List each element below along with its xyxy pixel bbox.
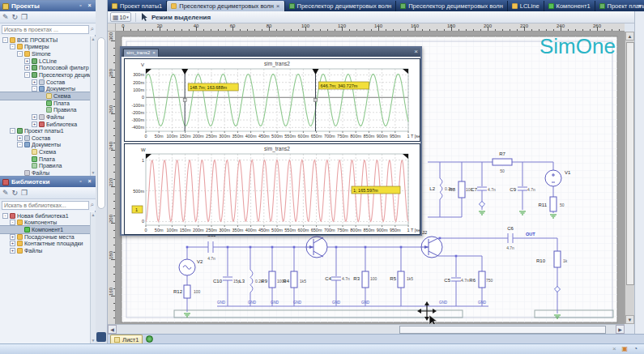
- document-tab[interactable]: Компонент1: [544, 1, 595, 11]
- refresh-icon[interactable]: ↻: [12, 188, 19, 198]
- sidebar-collapse-button[interactable]: [96, 332, 106, 342]
- expander-icon[interactable]: +: [32, 79, 37, 85]
- expander-icon[interactable]: -: [17, 142, 23, 147]
- expander-icon[interactable]: +: [32, 114, 37, 120]
- tree-item[interactable]: +Состав: [0, 79, 96, 86]
- resistor-R5[interactable]: [398, 271, 404, 288]
- grid-step-button[interactable]: ▦ 10 ▾: [110, 12, 131, 22]
- tree-item[interactable]: Схема: [0, 92, 96, 100]
- tree-item[interactable]: Файлы: [0, 169, 96, 176]
- search-icon[interactable]: ⌕: [91, 201, 94, 209]
- tree-item[interactable]: +Полосовой фильтр Бат...: [0, 65, 96, 72]
- float-panel-icon[interactable]: ▫: [77, 2, 84, 10]
- expander-icon[interactable]: -: [17, 51, 23, 57]
- edit-icon[interactable]: ✎: [2, 188, 9, 198]
- package-icon[interactable]: ▣: [622, 345, 629, 353]
- expander-icon[interactable]: +: [10, 241, 15, 246]
- add-sheet-button[interactable]: [146, 335, 153, 343]
- tree-item[interactable]: Плата: [0, 100, 96, 107]
- vertical-scrollbar[interactable]: ▲ ▼: [625, 32, 634, 324]
- voltage-plot[interactable]: sim_trans2V050m100m150m200m250m300m350m4…: [124, 58, 420, 142]
- selection-cursor-icon[interactable]: [140, 12, 147, 22]
- plot-window[interactable]: sim_trans2 × × sim_trans2V050m100m150m20…: [120, 46, 422, 236]
- resistor-R7[interactable]: [493, 159, 512, 165]
- tree-item[interactable]: Схема: [0, 148, 96, 156]
- tree-item[interactable]: -Компоненты: [0, 220, 96, 227]
- scrollbar-thumb[interactable]: [626, 42, 634, 285]
- close-icon[interactable]: ×: [152, 49, 156, 57]
- tree-item[interactable]: -Преселектор дециметр...: [0, 71, 96, 79]
- search-icon[interactable]: ⌕: [91, 25, 94, 33]
- tree-item[interactable]: +Посадочные места: [0, 233, 96, 241]
- resistor-R8[interactable]: [458, 181, 465, 198]
- expander-icon[interactable]: +: [24, 58, 30, 64]
- document-tab[interactable]: Преселектор дециметровых волн×: [167, 1, 284, 11]
- expander-icon[interactable]: -: [2, 213, 8, 219]
- copy-icon[interactable]: ❐: [21, 188, 28, 198]
- expander-icon[interactable]: +: [10, 248, 15, 254]
- tree-item[interactable]: +Файлы: [0, 247, 96, 254]
- power-plot[interactable]: sim_trans2W050m100m150m200m250m300m350m4…: [124, 143, 420, 235]
- document-tab[interactable]: Проект платы1: [108, 1, 167, 11]
- libraries-search-input[interactable]: [2, 201, 89, 210]
- document-tab[interactable]: Проект платы1: [595, 1, 644, 11]
- tree-item[interactable]: +Контактные площадки: [0, 241, 96, 248]
- resistor-R4[interactable]: [291, 271, 297, 288]
- close-tab-icon[interactable]: ×: [276, 3, 280, 9]
- tree-item[interactable]: -Документы: [0, 142, 96, 149]
- plot-window-tab[interactable]: sim_trans2 ×: [123, 49, 159, 57]
- tree-item[interactable]: +Состав: [0, 134, 96, 142]
- tree-item[interactable]: -Simone: [0, 50, 96, 58]
- libraries-tree-scrollbar[interactable]: ▲▼: [90, 212, 96, 343]
- scroll-right-icon[interactable]: ▶: [616, 325, 625, 334]
- tree-item[interactable]: Компонент1: [0, 226, 96, 233]
- expander-icon[interactable]: +: [32, 122, 37, 127]
- resistor-R6[interactable]: [479, 271, 485, 288]
- plot-window-header[interactable]: sim_trans2 × ×: [122, 48, 420, 57]
- resistor-R3[interactable]: [362, 271, 369, 288]
- horizontal-scrollbar[interactable]: ◀ ▶: [108, 324, 625, 334]
- scrollbar-thumb[interactable]: [97, 37, 105, 209]
- close-panel-icon[interactable]: ×: [86, 2, 93, 10]
- expander-icon[interactable]: -: [10, 44, 15, 49]
- tree-item[interactable]: -Примеры: [0, 44, 96, 51]
- expander-icon[interactable]: +: [17, 135, 23, 141]
- scroll-left-icon[interactable]: ◀: [108, 325, 117, 334]
- tree-item[interactable]: -Проект платы1: [0, 127, 96, 134]
- close-panel-icon[interactable]: ×: [86, 178, 93, 186]
- tree-item[interactable]: +LCLine: [0, 58, 96, 65]
- globe-icon[interactable]: ◔: [633, 345, 638, 353]
- close-icon[interactable]: ×: [612, 345, 616, 353]
- sidebar-scrollbar[interactable]: [96, 0, 108, 343]
- tree-item[interactable]: -ВСЕ ПРОЕКТЫ: [0, 36, 96, 44]
- expander-icon[interactable]: +: [24, 65, 30, 70]
- resistor-R9[interactable]: [269, 271, 275, 288]
- tree-item[interactable]: Правила: [0, 106, 96, 113]
- document-tab[interactable]: Преселектор дециметровых волн: [396, 1, 508, 11]
- projects-tree-scrollbar[interactable]: ▲▼: [90, 36, 96, 176]
- document-tab[interactable]: LCLine: [508, 1, 544, 11]
- expander-icon[interactable]: -: [10, 128, 15, 134]
- expander-icon[interactable]: +: [10, 234, 15, 240]
- tab-overflow-icon[interactable]: ▾: [638, 2, 642, 10]
- expander-icon[interactable]: -: [24, 72, 30, 78]
- projects-search-input[interactable]: [2, 25, 89, 34]
- scroll-down-icon[interactable]: ▼: [625, 315, 634, 324]
- sheet-tab[interactable]: Лист1: [110, 335, 143, 343]
- edit-icon[interactable]: ✎: [2, 12, 9, 22]
- expander-icon[interactable]: -: [10, 220, 15, 225]
- expander-icon[interactable]: -: [2, 37, 8, 43]
- resistor-R10[interactable]: [554, 251, 561, 267]
- tree-item[interactable]: -Документы: [0, 85, 96, 92]
- scrollbar-thumb[interactable]: [399, 326, 606, 334]
- libraries-panel-header[interactable]: Библиотеки ▫ ×: [0, 177, 96, 187]
- resistor-R12[interactable]: [184, 285, 190, 298]
- tree-item[interactable]: Плата: [0, 156, 96, 163]
- expander-icon[interactable]: -: [32, 86, 37, 92]
- projects-panel-header[interactable]: Проекты ▫ ×: [0, 1, 96, 11]
- refresh-icon[interactable]: ↻: [12, 12, 19, 22]
- resistor-R11[interactable]: [550, 197, 557, 211]
- tree-item[interactable]: +Файлы: [0, 113, 96, 121]
- float-panel-icon[interactable]: ▫: [77, 178, 84, 186]
- tree-item[interactable]: -Новая библиотека1: [0, 212, 96, 220]
